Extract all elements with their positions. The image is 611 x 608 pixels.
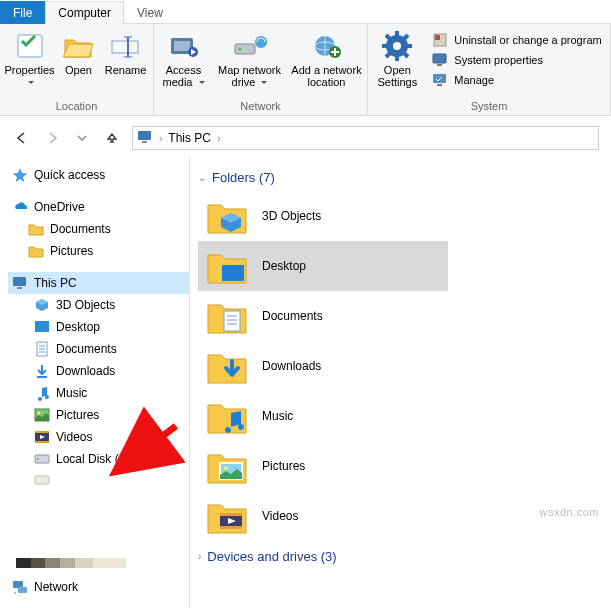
svg-rect-55 bbox=[224, 311, 240, 331]
ribbon: Properties Open Rename Location bbox=[0, 24, 611, 116]
folder-documents[interactable]: Documents bbox=[198, 291, 603, 341]
add-network-location-button[interactable]: Add a network location bbox=[288, 28, 366, 88]
manage-label: Manage bbox=[454, 74, 494, 86]
open-settings-button[interactable]: Open Settings bbox=[370, 28, 424, 88]
uninstall-program-button[interactable]: Uninstall or change a program bbox=[432, 32, 601, 48]
folder-downloads[interactable]: Downloads bbox=[198, 341, 603, 391]
folder-3d-objects[interactable]: 3D Objects bbox=[198, 191, 603, 241]
tree-onedrive[interactable]: OneDrive bbox=[8, 196, 189, 218]
desktop-folder-icon bbox=[206, 245, 248, 287]
access-media-button[interactable]: Access media bbox=[156, 28, 212, 88]
svg-rect-62 bbox=[220, 513, 242, 516]
svg-rect-54 bbox=[222, 265, 244, 281]
ribbon-group-location: Properties Open Rename Location bbox=[0, 24, 154, 115]
tree-downloads[interactable]: Downloads bbox=[8, 360, 189, 382]
dropdown-icon bbox=[258, 76, 267, 88]
tree-quick-access[interactable]: Quick access bbox=[8, 164, 189, 186]
map-network-drive-button[interactable]: Map network drive bbox=[214, 28, 286, 88]
videos-folder-icon bbox=[206, 495, 248, 537]
tree-music[interactable]: Music bbox=[8, 382, 189, 404]
pictures-icon bbox=[34, 407, 50, 423]
dropdown-icon bbox=[196, 76, 205, 88]
tree-3d-objects[interactable]: 3D Objects bbox=[8, 294, 189, 316]
properties-button[interactable]: Properties bbox=[3, 28, 57, 88]
folder-desktop[interactable]: Desktop bbox=[198, 241, 448, 291]
chevron-right-icon: › bbox=[217, 133, 220, 144]
svg-rect-29 bbox=[433, 54, 446, 63]
system-properties-button[interactable]: System properties bbox=[432, 52, 601, 68]
svg-rect-33 bbox=[138, 131, 151, 140]
map-drive-icon bbox=[234, 30, 266, 62]
back-button[interactable] bbox=[12, 128, 32, 148]
manage-icon bbox=[432, 72, 448, 88]
tree-label: Desktop bbox=[56, 320, 100, 334]
documents-icon bbox=[34, 341, 50, 357]
tree-label: Music bbox=[56, 386, 87, 400]
music-folder-icon bbox=[206, 395, 248, 437]
tree-onedrive-documents[interactable]: Documents bbox=[8, 218, 189, 240]
disk-icon bbox=[34, 451, 50, 467]
tree-desktop[interactable]: Desktop bbox=[8, 316, 189, 338]
rename-button[interactable]: Rename bbox=[101, 28, 151, 76]
forward-button[interactable] bbox=[42, 128, 62, 148]
recent-locations-button[interactable] bbox=[72, 128, 92, 148]
manage-button[interactable]: Manage bbox=[432, 72, 601, 88]
navigation-pane: Quick access OneDrive Documents Pictures… bbox=[0, 156, 190, 608]
network-icon bbox=[12, 579, 28, 595]
downloads-folder-icon bbox=[206, 345, 248, 387]
up-button[interactable] bbox=[102, 128, 122, 148]
tab-bar: File Computer View bbox=[0, 0, 611, 24]
svg-rect-47 bbox=[35, 441, 49, 443]
tree-this-pc[interactable]: This PC bbox=[8, 272, 189, 294]
tree-pictures[interactable]: Pictures bbox=[8, 404, 189, 426]
section-folders-header[interactable]: ⌄ Folders (7) bbox=[198, 170, 603, 185]
tree-label: Pictures bbox=[56, 408, 99, 422]
desktop-icon bbox=[34, 319, 50, 335]
section-folders-label: Folders (7) bbox=[212, 170, 275, 185]
svg-rect-34 bbox=[142, 141, 147, 143]
uninstall-icon bbox=[432, 32, 448, 48]
breadcrumb[interactable]: › This PC › bbox=[132, 126, 599, 150]
folder-music[interactable]: Music bbox=[198, 391, 603, 441]
properties-label: Properties bbox=[4, 64, 54, 76]
tab-view[interactable]: View bbox=[124, 1, 176, 24]
tree-network[interactable]: Network bbox=[8, 576, 178, 598]
dropdown-icon bbox=[25, 76, 34, 88]
tree-onedrive-pictures[interactable]: Pictures bbox=[8, 240, 189, 262]
chevron-right-icon: › bbox=[159, 133, 162, 144]
folder-label: Documents bbox=[262, 309, 323, 323]
group-label-location: Location bbox=[56, 97, 98, 115]
group-label-system: System bbox=[471, 97, 508, 115]
breadcrumb-this-pc[interactable]: This PC bbox=[168, 131, 211, 145]
monitor-icon bbox=[137, 129, 153, 148]
folder-label: Downloads bbox=[262, 359, 321, 373]
tree-label: OneDrive bbox=[34, 200, 85, 214]
color-stripe-decoration bbox=[16, 558, 126, 568]
open-icon bbox=[63, 30, 95, 62]
tab-computer[interactable]: Computer bbox=[45, 1, 124, 24]
svg-rect-8 bbox=[235, 44, 255, 54]
svg-point-49 bbox=[37, 458, 39, 460]
tree-label: Documents bbox=[56, 342, 117, 356]
chevron-right-icon: › bbox=[198, 551, 201, 562]
main-body: Quick access OneDrive Documents Pictures… bbox=[0, 156, 611, 608]
open-button[interactable]: Open bbox=[59, 28, 99, 76]
section-devices-header[interactable]: › Devices and drives (3) bbox=[198, 549, 603, 564]
svg-rect-63 bbox=[220, 526, 242, 529]
folder-pictures[interactable]: Pictures bbox=[198, 441, 603, 491]
tree-label: Local Disk (C:) bbox=[56, 452, 135, 466]
ribbon-group-network: Access media Map network drive Add a net… bbox=[154, 24, 368, 115]
svg-line-26 bbox=[386, 53, 390, 57]
svg-rect-36 bbox=[17, 287, 22, 289]
group-label-network: Network bbox=[240, 97, 280, 115]
svg-rect-6 bbox=[174, 41, 190, 51]
tree-local-disk-c[interactable]: Local Disk (C:) bbox=[8, 448, 189, 470]
tree-label: Videos bbox=[56, 430, 92, 444]
svg-rect-46 bbox=[35, 431, 49, 433]
svg-line-25 bbox=[404, 35, 408, 39]
ribbon-group-system: Open Settings Uninstall or change a prog… bbox=[368, 24, 611, 115]
tree-label: Downloads bbox=[56, 364, 115, 378]
tree-documents[interactable]: Documents bbox=[8, 338, 189, 360]
tree-videos[interactable]: Videos bbox=[8, 426, 189, 448]
tab-file[interactable]: File bbox=[0, 1, 45, 24]
